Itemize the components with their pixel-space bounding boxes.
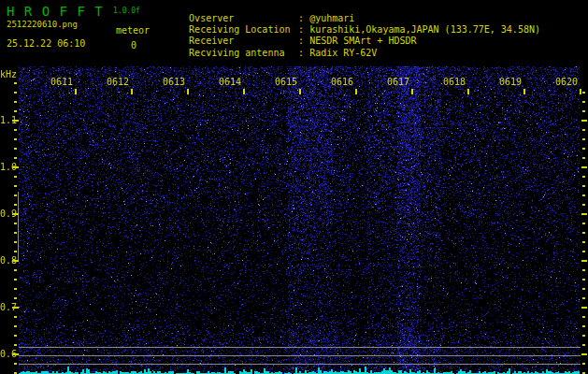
y-tick-label: 0.7 <box>0 302 13 312</box>
y-tick-label: 0.9 <box>0 209 13 219</box>
y-tick-label: 1.1 <box>0 115 13 125</box>
x-tick-label: 0614 <box>219 77 241 87</box>
x-tick-label: 0616 <box>331 77 353 87</box>
y-tick-label: 0.6 <box>0 349 13 359</box>
x-tick-label: 0611 <box>50 77 73 87</box>
y-tick-label: 0.8 <box>0 255 13 266</box>
x-tick-label: 0619 <box>499 77 522 87</box>
x-tick-label: 0613 <box>163 77 185 87</box>
x-tick-label: 0615 <box>275 77 297 87</box>
x-tick-label: 0620 <box>555 77 578 87</box>
x-tick-label: 0617 <box>387 77 409 87</box>
x-tick-label: 0618 <box>443 77 466 87</box>
spectrogram-canvas <box>0 0 588 374</box>
y-tick-label: 1.0 <box>0 162 13 172</box>
y-axis-unit-label: kHz <box>0 69 17 79</box>
x-tick-label: 0612 <box>107 77 129 87</box>
hrofft-screen: H R O F F T 1.0.0f 2512220610.png meteor… <box>0 0 588 374</box>
